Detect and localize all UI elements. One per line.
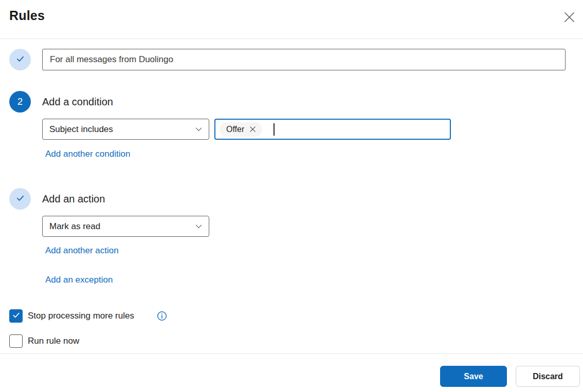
condition-dropdown-value: Subject includes xyxy=(49,124,113,135)
checkmark-icon xyxy=(15,193,26,206)
info-icon xyxy=(157,311,167,323)
text-caret xyxy=(274,123,275,136)
step-number: 2 xyxy=(17,96,23,107)
stop-processing-checkbox[interactable] xyxy=(9,309,23,323)
run-rule-now-checkbox[interactable] xyxy=(9,334,23,348)
rules-dialog: Rules 2 Add a condition Subject includes xyxy=(0,0,583,392)
chip-label: Offer xyxy=(226,125,244,134)
condition-dropdown[interactable]: Subject includes xyxy=(42,119,209,140)
action-dropdown[interactable]: Mark as read xyxy=(42,216,209,237)
chevron-down-icon xyxy=(195,125,203,133)
checkmark-icon xyxy=(15,53,26,66)
rule-name-input[interactable] xyxy=(42,49,566,70)
stop-processing-label: Stop processing more rules xyxy=(28,309,134,323)
header-divider xyxy=(0,39,583,39)
footer-divider xyxy=(0,353,583,354)
action-heading: Add an action xyxy=(42,188,105,210)
step-2-badge: 2 xyxy=(9,91,31,113)
condition-heading: Add a condition xyxy=(42,91,113,113)
condition-value-input[interactable]: Offer xyxy=(214,119,451,140)
chevron-down-icon xyxy=(195,222,203,230)
run-rule-now-label: Run rule now xyxy=(28,334,79,348)
info-button[interactable] xyxy=(156,311,168,322)
chip-dismiss-icon[interactable] xyxy=(249,126,256,133)
close-icon xyxy=(563,11,576,25)
close-button[interactable] xyxy=(560,9,578,27)
step-complete-badge-action xyxy=(9,188,31,210)
page-title: Rules xyxy=(9,8,45,23)
add-another-condition-link[interactable]: Add another condition xyxy=(45,149,130,159)
action-dropdown-value: Mark as read xyxy=(49,221,100,232)
add-an-exception-link[interactable]: Add an exception xyxy=(45,275,113,285)
add-another-action-link[interactable]: Add another action xyxy=(45,246,119,256)
save-button[interactable]: Save xyxy=(440,366,507,387)
discard-button[interactable]: Discard xyxy=(516,366,580,387)
checkmark-icon xyxy=(12,311,21,322)
step-complete-badge-name xyxy=(9,49,31,70)
condition-chip: Offer xyxy=(220,122,262,137)
